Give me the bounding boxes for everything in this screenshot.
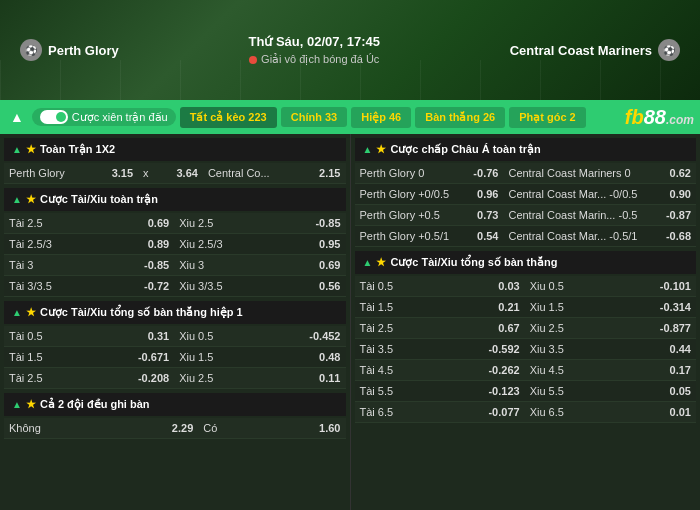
right-column: ▲ ★ Cược chấp Châu Á toàn trận Perth Glo…	[351, 134, 701, 510]
section-total-goals-header: ▲ ★ Cược Tài/Xiu tổng số bàn thắng	[355, 251, 697, 274]
away-label: Central Co...	[203, 163, 302, 184]
table-1x2: Perth Glory 3.15 x 3.64 Central Co... 2.…	[4, 163, 346, 184]
nav-arrow-left[interactable]: ▲	[6, 107, 28, 127]
home-team-name: Perth Glory	[48, 43, 119, 58]
away-team-name: Central Coast Mariners	[510, 43, 652, 58]
table-row: Tài 4.5 -0.262 Xiu 4.5 0.17	[355, 360, 697, 381]
table-row: Tài 0.5 0.31 Xiu 0.5 -0.452	[4, 326, 346, 347]
table-row: Tài 3/3.5 -0.72 Xiu 3/3.5 0.56	[4, 276, 346, 297]
table-total-goals: Tài 0.5 0.03 Xiu 0.5 -0.101 Tài 1.5 0.21…	[355, 276, 697, 423]
fb88-logo: fb88.com	[625, 106, 694, 129]
table-tx-h1: Tài 0.5 0.31 Xiu 0.5 -0.452 Tài 1.5 -0.6…	[4, 326, 346, 389]
table-tx: Tài 2.5 0.69 Xiu 2.5 -0.85 Tài 2.5/3 0.8…	[4, 213, 346, 297]
tab-corners-label: Phạt góc	[519, 111, 569, 123]
hero-section: ⚽ Perth Glory Thứ Sáu, 02/07, 17:45 Giải…	[0, 0, 700, 100]
table-row: Tài 5.5 -0.123 Xiu 5.5 0.05	[355, 381, 697, 402]
section-tx-header: ▲ ★ Cược Tài/Xiu toàn trận	[4, 188, 346, 211]
table-row: Perth Glory 0 -0.76 Central Coast Marine…	[355, 163, 697, 184]
league-dot	[249, 56, 257, 64]
away-team-icon: ⚽	[658, 39, 680, 61]
away-odds[interactable]: 2.15	[302, 163, 345, 184]
nav-bar: ▲ Cược xiên trận đấu Tất cả kèo 223 Chín…	[0, 100, 700, 134]
tab-half-label: Hiệp	[361, 111, 389, 123]
table-row: Perth Glory +0/0.5 0.96 Central Coast Ma…	[355, 184, 697, 205]
section-btts-header: ▲ ★ Cả 2 đội đều ghi bàn	[4, 393, 346, 416]
league-info: Giải vô địch bóng đá Úc	[248, 53, 380, 66]
tab-goals[interactable]: Bàn thắng 26	[415, 107, 505, 128]
home-odds[interactable]: 3.15	[95, 163, 138, 184]
section-total-goals-title: Cược Tài/Xiu tổng số bàn thắng	[390, 256, 557, 269]
table-row: Tài 6.5 -0.077 Xiu 6.5 0.01	[355, 402, 697, 423]
draw-odds[interactable]: 3.64	[160, 163, 203, 184]
away-team: Central Coast Mariners ⚽	[510, 39, 680, 61]
tab-half[interactable]: Hiệp 46	[351, 107, 411, 128]
parlay-toggle[interactable]: Cược xiên trận đấu	[32, 108, 176, 126]
section-tx-h1-header: ▲ ★ Cược Tài/Xiu tổng số bàn thắng hiệp …	[4, 301, 346, 324]
tab-main-label: Chính	[291, 111, 325, 123]
table-row: Perth Glory 3.15 x 3.64 Central Co... 2.…	[4, 163, 346, 184]
table-row: Perth Glory +0.5 0.73 Central Coast Mari…	[355, 205, 697, 226]
fb88-fb: fb	[625, 106, 644, 128]
match-time: Thứ Sáu, 02/07, 17:45	[248, 34, 380, 49]
table-row: Tài 2.5/3 0.89 Xiu 2.5/3 0.95	[4, 234, 346, 255]
section-1x2-title: Toàn Trận 1X2	[40, 143, 115, 156]
section-handicap-header: ▲ ★ Cược chấp Châu Á toàn trận	[355, 138, 697, 161]
section-tx-title: Cược Tài/Xiu toàn trận	[40, 193, 158, 206]
match-info: Thứ Sáu, 02/07, 17:45 Giải vô địch bóng …	[248, 34, 380, 66]
table-row: Tài 3.5 -0.592 Xiu 3.5 0.44	[355, 339, 697, 360]
table-row: Tài 0.5 0.03 Xiu 0.5 -0.101	[355, 276, 697, 297]
toggle-switch	[40, 110, 68, 124]
section-1x2-header: ▲ ★ Toàn Trận 1X2	[4, 138, 346, 161]
table-btts: Không 2.29 Có 1.60	[4, 418, 346, 439]
tab-goals-label: Bàn thắng	[425, 111, 483, 123]
table-row: Perth Glory +0.5/1 0.54 Central Coast Ma…	[355, 226, 697, 247]
table-row: Tài 2.5 0.69 Xiu 2.5 -0.85	[4, 213, 346, 234]
fb88-com: .com	[666, 113, 694, 127]
table-row: Tài 3 -0.85 Xiu 3 0.69	[4, 255, 346, 276]
home-team-icon: ⚽	[20, 39, 42, 61]
table-handicap: Perth Glory 0 -0.76 Central Coast Marine…	[355, 163, 697, 247]
fb88-88: 88	[644, 106, 666, 128]
home-team: ⚽ Perth Glory	[20, 39, 119, 61]
tab-main-count: 33	[325, 111, 337, 123]
league-name: Giải vô địch bóng đá Úc	[261, 53, 379, 66]
tab-corners-count: 2	[570, 111, 576, 123]
left-column: ▲ ★ Toàn Trận 1X2 Perth Glory 3.15 x 3.6…	[0, 134, 351, 510]
tab-main[interactable]: Chính 33	[281, 107, 347, 127]
tab-goals-count: 26	[483, 111, 495, 123]
table-row: Tài 2.5 -0.208 Xiu 2.5 0.11	[4, 368, 346, 389]
section-tx-h1-title: Cược Tài/Xiu tổng số bàn thắng hiệp 1	[40, 306, 243, 319]
toggle-label: Cược xiên trận đấu	[72, 111, 168, 124]
table-row: Tài 1.5 0.21 Xiu 1.5 -0.314	[355, 297, 697, 318]
table-row: Không 2.29 Có 1.60	[4, 418, 346, 439]
table-row: Tài 2.5 0.67 Xiu 2.5 -0.877	[355, 318, 697, 339]
tab-half-count: 46	[389, 111, 401, 123]
content-area: ▲ ★ Toàn Trận 1X2 Perth Glory 3.15 x 3.6…	[0, 134, 700, 510]
draw-label: x	[138, 163, 159, 184]
tab-corners[interactable]: Phạt góc 2	[509, 107, 586, 128]
tab-all-label: Tất cả kèo	[190, 111, 249, 123]
table-row: Tài 1.5 -0.671 Xiu 1.5 0.48	[4, 347, 346, 368]
section-handicap-title: Cược chấp Châu Á toàn trận	[390, 143, 540, 156]
tab-all-count: 223	[248, 111, 266, 123]
tab-all[interactable]: Tất cả kèo 223	[180, 107, 277, 128]
home-label: Perth Glory	[4, 163, 95, 184]
section-btts-title: Cả 2 đội đều ghi bàn	[40, 398, 150, 411]
